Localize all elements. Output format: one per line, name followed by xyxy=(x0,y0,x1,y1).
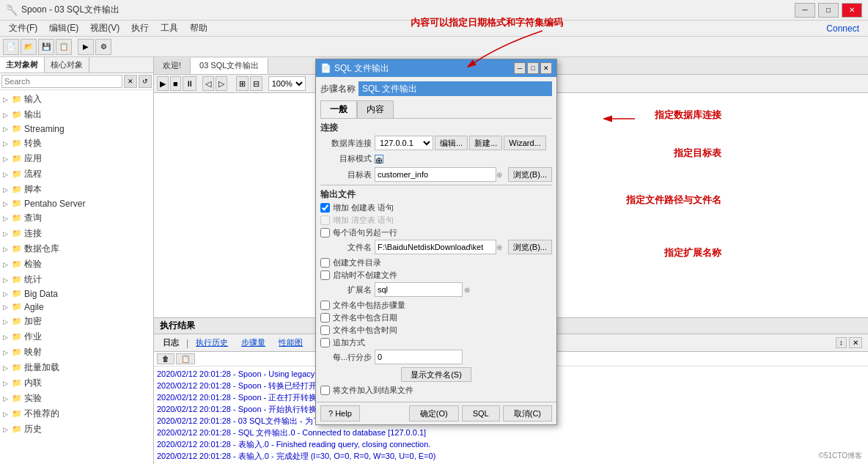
browse-file-btn[interactable]: 浏览(B)... xyxy=(508,240,552,254)
include-time-checkbox[interactable] xyxy=(320,325,330,335)
tree-item-script[interactable]: ▷ 📁 脚本 xyxy=(1,182,152,197)
dialog-close-btn[interactable]: ✕ xyxy=(540,62,552,74)
menu-view[interactable]: 视图(V) xyxy=(84,21,125,36)
minimize-btn[interactable]: ─ xyxy=(795,3,815,18)
dialog-maximize-btn[interactable]: □ xyxy=(527,62,539,74)
ok-btn[interactable]: 确定(O) xyxy=(409,405,459,421)
sql-btn[interactable]: SQL xyxy=(462,405,500,421)
tree-item-transform[interactable]: ▷ 📁 转换 xyxy=(1,136,152,151)
open-btn[interactable]: 📂 xyxy=(21,39,37,55)
ext-input[interactable] xyxy=(375,282,463,297)
zoom-select[interactable]: 100% xyxy=(268,76,306,91)
tree-arrow: ▷ xyxy=(3,303,12,311)
folder-icon: 📁 xyxy=(12,275,22,285)
tree-item-bigdata[interactable]: ▷ 📁 Big Data xyxy=(1,287,152,301)
tree-item-encrypt[interactable]: ▷ 📁 加密 xyxy=(1,314,152,329)
step-name-input[interactable] xyxy=(358,81,552,96)
tab-sql-output[interactable]: 03 SQL文件输出 xyxy=(191,58,268,74)
create-dir-checkbox[interactable] xyxy=(320,258,330,268)
step-run-btn[interactable]: ▷ xyxy=(216,76,227,91)
split-input[interactable] xyxy=(375,350,463,364)
create-table-checkbox[interactable] xyxy=(320,203,330,213)
tree-item-agile[interactable]: ▷ 📁 Agile xyxy=(1,301,152,314)
browse-table-btn[interactable]: 浏览(B)... xyxy=(508,167,552,182)
tree-item-job[interactable]: ▷ 📁 作业 xyxy=(1,329,152,345)
tree-item-connect[interactable]: ▷ 📁 连接 xyxy=(1,226,152,241)
append-checkbox[interactable] xyxy=(320,338,330,347)
menu-tools[interactable]: 工具 xyxy=(155,21,184,36)
target-table-input[interactable] xyxy=(375,167,496,182)
search-go-btn[interactable]: ↺ xyxy=(139,75,152,88)
tree-item-output[interactable]: ▷ 📁 输出 xyxy=(1,107,152,122)
tree-item-app[interactable]: ▷ 📁 应用 xyxy=(1,151,152,166)
tree-item-check[interactable]: ▷ 📁 检验 xyxy=(1,257,152,272)
connect-button[interactable]: Connect xyxy=(826,23,865,34)
tree-item-dw[interactable]: ▷ 📁 数据仓库 xyxy=(1,241,152,257)
help-btn[interactable]: ? Help xyxy=(320,405,360,421)
target-mode-icon[interactable]: ⊕ xyxy=(375,155,383,163)
dialog-tab-content[interactable]: 内容 xyxy=(357,100,394,118)
tree-item-experiment[interactable]: ▷ 📁 实验 xyxy=(1,391,152,406)
run-btn[interactable]: ▶ xyxy=(78,39,94,55)
exec-tab-history[interactable]: 执行历史 xyxy=(190,336,234,350)
exec-tab-steps[interactable]: 步骤量 xyxy=(235,336,271,350)
tab-main-objects[interactable]: 主对象树 xyxy=(0,57,45,73)
exec-resize-btn[interactable]: ↕ xyxy=(836,337,847,348)
tree-item-stats[interactable]: ▷ 📁 统计 xyxy=(1,272,152,287)
tree-item-pentaho[interactable]: ▷ 📁 Pentaho Server xyxy=(1,197,152,210)
tree-item-flow[interactable]: ▷ 📁 流程 xyxy=(1,166,152,182)
show-filename-btn[interactable]: 显示文件名(S) xyxy=(401,367,471,382)
edit-conn-btn[interactable]: 编辑... xyxy=(435,136,468,150)
menu-run[interactable]: 执行 xyxy=(125,21,155,36)
folder-icon: 📁 xyxy=(12,95,22,105)
exec-tab-log[interactable]: 日志 xyxy=(157,336,185,350)
search-input[interactable] xyxy=(1,75,122,88)
new-conn-btn[interactable]: 新建... xyxy=(469,136,502,150)
tree-item-inline[interactable]: ▷ 📁 内联 xyxy=(1,375,152,391)
tree-item-input[interactable]: ▷ 📁 输入 xyxy=(1,92,152,107)
exec-tab-perf[interactable]: 性能图 xyxy=(273,336,309,350)
add-result-checkbox[interactable] xyxy=(320,386,330,395)
no-create-checkbox[interactable] xyxy=(320,270,330,280)
file-name-input[interactable] xyxy=(375,240,496,254)
dialog-tab-general[interactable]: 一般 xyxy=(320,100,357,118)
tab-core-objects[interactable]: 核心对象 xyxy=(45,57,89,73)
save-as-btn[interactable]: 📋 xyxy=(56,39,72,55)
close-btn[interactable]: ✕ xyxy=(842,3,862,18)
run-transform-btn[interactable]: ▶ xyxy=(157,76,169,91)
pause-btn[interactable]: ⏸ xyxy=(183,76,196,91)
each-line-checkbox[interactable] xyxy=(320,228,330,237)
align-btn[interactable]: ⊞ xyxy=(236,76,249,91)
search-clear-btn[interactable]: ✕ xyxy=(124,75,137,88)
settings-btn[interactable]: ⚙ xyxy=(95,39,111,55)
log-copy-btn[interactable]: 📋 xyxy=(176,353,195,364)
step-back-btn[interactable]: ◁ xyxy=(202,76,214,91)
db-conn-label: 数据库连接 xyxy=(320,138,372,149)
menu-file[interactable]: 文件(F) xyxy=(3,21,43,36)
stop-transform-btn[interactable]: ■ xyxy=(170,76,181,91)
new-btn[interactable]: 📄 xyxy=(3,39,19,55)
tree-item-deprecated[interactable]: ▷ 📁 不推荐的 xyxy=(1,406,152,421)
menu-help[interactable]: 帮助 xyxy=(184,21,213,36)
save-btn[interactable]: 💾 xyxy=(38,39,54,55)
maximize-btn[interactable]: □ xyxy=(818,3,839,18)
tree-item-history[interactable]: ▷ 📁 历史 xyxy=(1,421,152,437)
drop-table-checkbox[interactable] xyxy=(320,216,330,225)
dialog-minimize-btn[interactable]: ─ xyxy=(514,62,526,74)
wizard-btn[interactable]: Wizard... xyxy=(504,136,545,150)
tree-item-streaming[interactable]: ▷ 📁 Streaming xyxy=(1,122,152,136)
target-table-clear-icon[interactable]: ⊕ xyxy=(496,171,507,179)
menu-edit[interactable]: 编辑(E) xyxy=(43,21,84,36)
tab-welcome[interactable]: 欢迎! xyxy=(154,58,191,73)
log-clear-btn[interactable]: 🗑 xyxy=(157,353,174,364)
db-conn-select[interactable]: 127.0.0.1 xyxy=(375,136,433,150)
tree-item-query[interactable]: ▷ 📁 查询 xyxy=(1,210,152,226)
exec-close-btn[interactable]: ✕ xyxy=(849,337,862,348)
tree-item-mapping[interactable]: ▷ 📁 映射 xyxy=(1,345,152,360)
tree-item-batch[interactable]: ▷ 📁 批量加载 xyxy=(1,360,152,375)
cancel-btn[interactable]: 取消(C) xyxy=(503,405,552,421)
folder-icon: 📁 xyxy=(12,289,22,299)
include-step-checkbox[interactable] xyxy=(320,301,330,310)
include-date-checkbox[interactable] xyxy=(320,313,330,323)
layout-btn[interactable]: ⊟ xyxy=(250,76,262,91)
